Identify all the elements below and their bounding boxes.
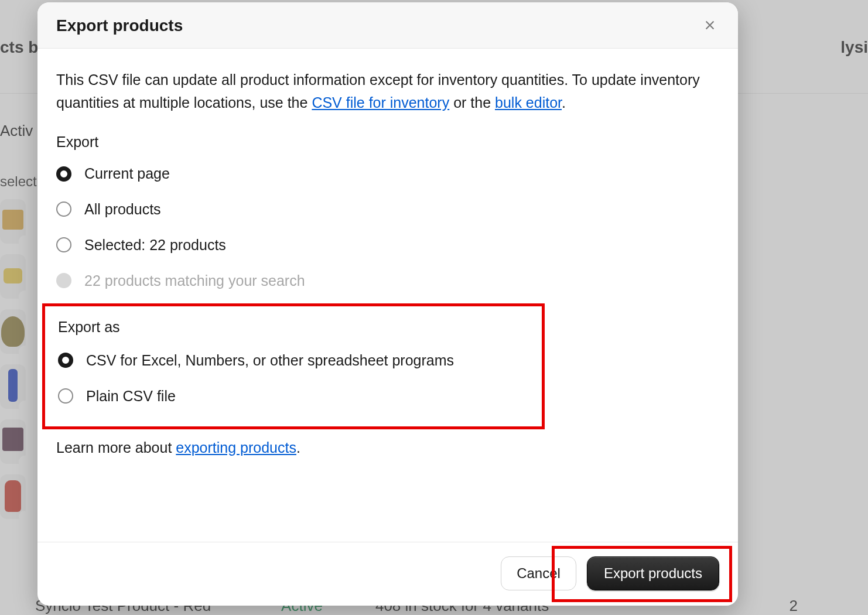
radio-icon [56, 273, 71, 288]
desc-text: . [562, 94, 566, 111]
radio-csv-excel[interactable]: CSV for Excel, Numbers, or other spreads… [58, 349, 529, 372]
radio-icon [58, 388, 73, 404]
export-scope-radio-group: Current page All products Selected: 22 p… [56, 162, 719, 292]
radio-all-products[interactable]: All products [56, 198, 719, 221]
radio-icon [58, 353, 73, 368]
modal-title: Export products [56, 16, 183, 35]
radio-label: Current page [84, 162, 170, 185]
modal-description: This CSV file can update all product inf… [56, 69, 719, 114]
export-as-highlight-annotation: Export as CSV for Excel, Numbers, or oth… [42, 303, 545, 429]
radio-icon [56, 201, 71, 217]
export-products-button[interactable]: Export products [587, 556, 719, 590]
export-section-label: Export [56, 131, 719, 153]
export-products-modal: Export products This CSV file can update… [37, 2, 738, 606]
radio-label: CSV for Excel, Numbers, or other spreads… [86, 349, 454, 372]
radio-label: Plain CSV file [86, 385, 176, 408]
close-icon [703, 19, 716, 33]
radio-selected-products[interactable]: Selected: 22 products [56, 234, 719, 257]
modal-header: Export products [37, 2, 738, 49]
csv-inventory-link[interactable]: CSV file for inventory [312, 94, 449, 111]
radio-current-page[interactable]: Current page [56, 162, 719, 185]
radio-label: 22 products matching your search [84, 269, 305, 292]
learn-prefix: Learn more about [56, 439, 176, 456]
radio-label: Selected: 22 products [84, 234, 226, 257]
modal-body: This CSV file can update all product inf… [37, 49, 738, 542]
close-button[interactable] [700, 16, 719, 35]
bulk-editor-link[interactable]: bulk editor [495, 94, 562, 111]
radio-icon [56, 237, 71, 252]
export-as-section-label: Export as [58, 316, 529, 339]
desc-text: or the [449, 94, 495, 111]
radio-matching-search: 22 products matching your search [56, 269, 719, 292]
cancel-button[interactable]: Cancel [501, 556, 576, 590]
exporting-products-link[interactable]: exporting products [176, 439, 296, 456]
radio-plain-csv[interactable]: Plain CSV file [58, 385, 529, 408]
modal-footer: Cancel Export products [37, 542, 738, 606]
export-format-radio-group: CSV for Excel, Numbers, or other spreads… [58, 349, 529, 408]
radio-label: All products [84, 198, 161, 221]
radio-icon [56, 166, 71, 182]
learn-suffix: . [296, 439, 300, 456]
learn-more: Learn more about exporting products. [56, 436, 719, 459]
